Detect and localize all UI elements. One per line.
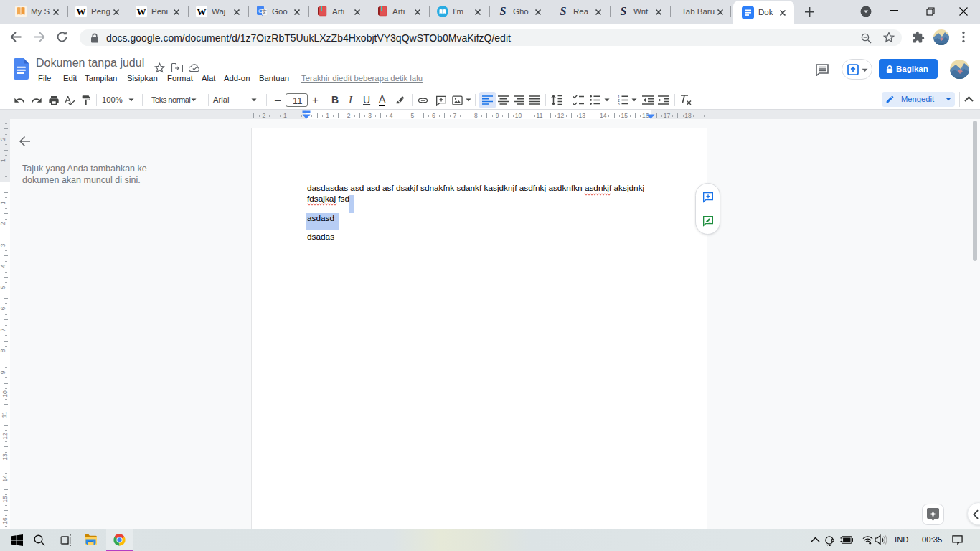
svg-text:3: 3 [618, 102, 620, 105]
svg-text:W: W [197, 6, 207, 17]
svg-text:S: S [500, 6, 507, 17]
svg-text:W: W [137, 6, 146, 17]
svg-text:文: 文 [262, 9, 267, 14]
svg-text:S: S [560, 6, 567, 17]
svg-text:S: S [621, 6, 627, 17]
svg-text:W: W [77, 6, 86, 17]
